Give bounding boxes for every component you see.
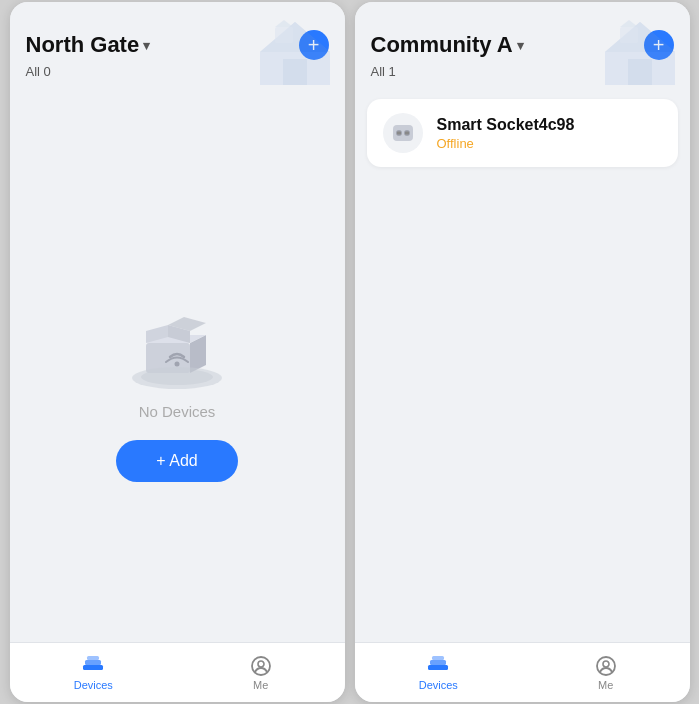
me-nav-icon — [249, 655, 273, 677]
right-header: Community A ▾ + All 1 — [355, 2, 690, 89]
device-info: Smart Socket4c98 Offline — [437, 116, 575, 151]
svg-rect-18 — [430, 660, 446, 665]
left-nav-me[interactable]: Me — [177, 643, 345, 702]
right-title-text: Community A — [371, 32, 513, 58]
socket-icon — [390, 122, 416, 144]
left-empty-state: No Devices + Add — [116, 159, 237, 632]
svg-rect-7 — [87, 656, 99, 660]
left-bottom-nav: Devices Me — [10, 642, 345, 702]
right-panel: Community A ▾ + All 1 Smart Socket4c98 — [355, 2, 690, 702]
right-content: Smart Socket4c98 Offline — [355, 89, 690, 642]
svg-point-4 — [175, 362, 180, 367]
svg-rect-15 — [397, 132, 401, 135]
device-card[interactable]: Smart Socket4c98 Offline — [367, 99, 678, 167]
left-panel: North Gate ▾ + All 0 — [10, 2, 345, 702]
right-me-nav-icon — [594, 655, 618, 677]
svg-rect-1 — [275, 27, 293, 43]
svg-rect-6 — [85, 660, 101, 665]
left-devices-label: Devices — [74, 679, 113, 691]
right-me-label: Me — [598, 679, 613, 691]
svg-rect-10 — [628, 59, 652, 85]
empty-shadow — [132, 367, 222, 389]
left-panel-title[interactable]: North Gate ▾ — [26, 32, 151, 58]
right-devices-label: Devices — [419, 679, 458, 691]
device-icon — [383, 113, 423, 153]
house-icon-bg — [255, 17, 335, 91]
right-panel-title[interactable]: Community A ▾ — [371, 32, 524, 58]
device-name: Smart Socket4c98 — [437, 116, 575, 134]
devices-nav-icon — [81, 655, 105, 677]
svg-rect-11 — [620, 27, 638, 43]
svg-point-9 — [258, 661, 264, 667]
right-dropdown-arrow: ▾ — [517, 38, 524, 53]
left-header: North Gate ▾ + All 0 — [10, 2, 345, 89]
svg-rect-17 — [428, 665, 448, 670]
svg-rect-16 — [405, 132, 409, 135]
right-bottom-nav: Devices Me — [355, 642, 690, 702]
empty-icon — [127, 309, 227, 389]
right-nav-me[interactable]: Me — [522, 643, 690, 702]
empty-label: No Devices — [139, 403, 216, 420]
svg-rect-5 — [83, 665, 103, 670]
left-content: No Devices + Add — [10, 89, 345, 642]
add-device-button[interactable]: + Add — [116, 440, 237, 482]
right-devices-nav-icon — [426, 655, 450, 677]
device-status: Offline — [437, 136, 575, 151]
left-dropdown-arrow: ▾ — [143, 38, 150, 53]
right-house-icon-bg — [600, 17, 680, 91]
left-me-label: Me — [253, 679, 268, 691]
left-nav-devices[interactable]: Devices — [10, 643, 178, 702]
svg-rect-19 — [432, 656, 444, 660]
svg-point-21 — [603, 661, 609, 667]
left-title-text: North Gate — [26, 32, 140, 58]
svg-rect-0 — [283, 59, 307, 85]
right-nav-devices[interactable]: Devices — [355, 643, 523, 702]
